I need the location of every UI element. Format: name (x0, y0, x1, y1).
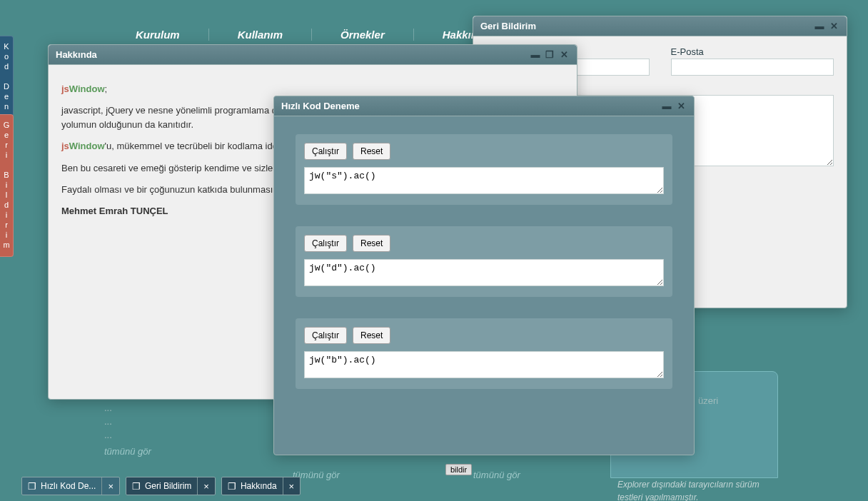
bg-col-1: ... ... ... tümünü gör (104, 400, 151, 457)
run-button[interactable]: Çalıştır (304, 143, 347, 160)
code-panel-3: Çalıştır Reset (296, 318, 672, 389)
window-title: Geri Bildirim (480, 21, 536, 31)
run-button[interactable]: Çalıştır (304, 327, 347, 344)
minimize-icon[interactable]: ▬ (814, 21, 825, 31)
code-panel-2: Çalıştır Reset (296, 226, 672, 297)
run-button[interactable]: Çalıştır (304, 235, 347, 252)
logo-js: js (61, 84, 69, 94)
titlebar-geri-bildirim[interactable]: Geri Bildirim ▬ ✕ (473, 16, 847, 36)
input-eposta[interactable] (671, 59, 834, 76)
windows-icon: ❐ (126, 481, 145, 492)
nav-item-kurulum[interactable]: Kurulum (107, 29, 209, 41)
taskbar-button-kod-dene[interactable]: ❐ Hızlı Kod De... × (21, 477, 120, 495)
bildir-button[interactable]: bildir (445, 464, 472, 475)
titlebar-hakkinda[interactable]: Hakkında ▬ ❐ ✕ (49, 45, 577, 65)
code-panel-1: Çalıştır Reset (296, 134, 672, 205)
logo-window: Window (69, 84, 105, 94)
close-icon[interactable]: ✕ (828, 21, 839, 31)
minimize-icon[interactable]: ▬ (661, 101, 672, 111)
logo-js: js (61, 141, 69, 151)
nav-item-kullanim[interactable]: Kullanım (209, 29, 312, 41)
taskbar-label: Geri Bildirim (145, 481, 197, 491)
window-title: Hakkında (56, 49, 97, 60)
sidetab-geri-bildirim[interactable]: Geri Bildirim (0, 114, 14, 257)
close-icon[interactable]: × (197, 477, 215, 495)
window-kod-dene: Hızlı Kod Deneme ▬ ✕ Çalıştır Reset Çalı… (273, 96, 695, 455)
logo-tail: ; (105, 84, 108, 94)
maximize-icon[interactable]: ❐ (544, 50, 555, 60)
code-input-2[interactable] (304, 259, 664, 286)
close-icon[interactable]: ✕ (675, 101, 687, 111)
bg-ellipsis: ... (104, 403, 151, 413)
reset-button[interactable]: Reset (353, 143, 390, 160)
windows-icon: ❐ (22, 481, 41, 492)
bg-uzeri-label: üzeri (698, 395, 718, 406)
taskbar-button-geri-bildirim[interactable]: ❐ Geri Bildirim × (126, 477, 216, 495)
close-icon[interactable]: × (283, 477, 301, 495)
titlebar-kod-dene[interactable]: Hızlı Kod Deneme ▬ ✕ (274, 96, 694, 116)
minimize-icon[interactable]: ▬ (530, 50, 541, 60)
logo-window: Window (69, 141, 105, 151)
close-icon[interactable]: ✕ (558, 50, 570, 60)
bg-col-3: tümünü gör (473, 464, 520, 480)
label-eposta: E-Posta (671, 46, 834, 57)
code-input-3[interactable] (304, 351, 664, 378)
reset-button[interactable]: Reset (353, 235, 390, 252)
window-title: Hızlı Kod Deneme (281, 101, 360, 111)
taskbar: ❐ Hızlı Kod De... × ❐ Geri Bildirim × ❐ … (21, 477, 301, 495)
bg-ellipsis: ... (104, 430, 151, 440)
logo-text: jsWindow; (61, 82, 564, 96)
window-body: Çalıştır Reset Çalıştır Reset Çalıştır R… (274, 116, 694, 455)
taskbar-button-hakkinda[interactable]: ❐ Hakkında × (221, 477, 301, 495)
taskbar-label: Hızlı Kod De... (41, 481, 101, 491)
code-input-1[interactable] (304, 167, 664, 194)
close-icon[interactable]: × (101, 477, 119, 495)
reset-button[interactable]: Reset (353, 327, 390, 344)
windows-icon: ❐ (222, 481, 241, 492)
see-all-link[interactable]: tümünü gör (104, 446, 151, 457)
bg-ellipsis: ... (104, 416, 151, 427)
bg-footer-note: Explorer dışındaki tarayıcıların sürüm t… (617, 478, 774, 501)
see-all-link[interactable]: tümünü gör (473, 470, 520, 480)
taskbar-label: Hakkında (241, 481, 283, 491)
nav-item-ornekler[interactable]: Örnekler (312, 29, 414, 41)
